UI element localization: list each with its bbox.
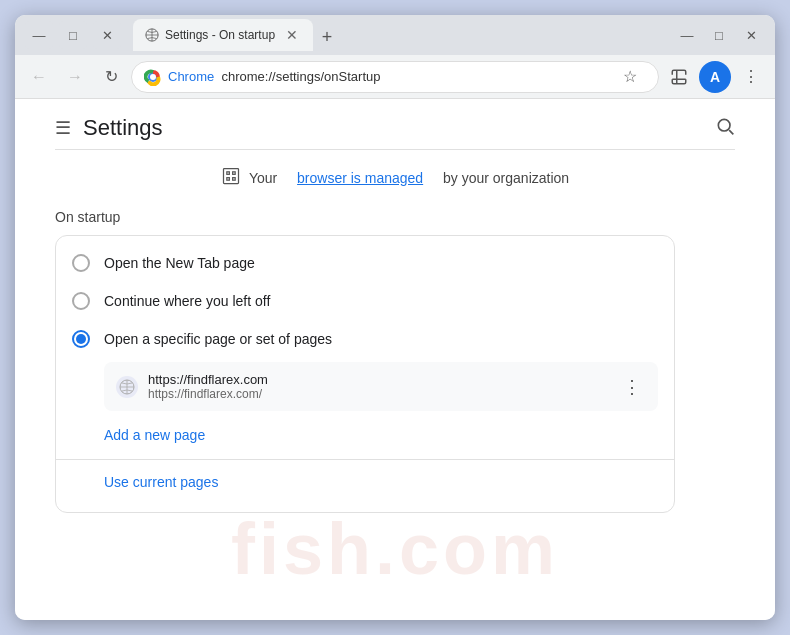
window-minimize-btn[interactable]: —: [673, 21, 701, 49]
window-close-btn[interactable]: ✕: [737, 21, 765, 49]
window-controls: — □ ✕: [25, 21, 121, 49]
site-icon: [119, 379, 135, 395]
hamburger-menu-button[interactable]: ☰: [55, 117, 71, 139]
reload-button[interactable]: ↻: [95, 61, 127, 93]
tab-area: Settings - On startup ✕ +: [129, 19, 665, 51]
settings-main: ☰ Settings: [15, 99, 775, 620]
window-restore-btn[interactable]: □: [705, 21, 733, 49]
building-icon: [221, 166, 241, 189]
page-more-button[interactable]: ⋮: [618, 373, 646, 401]
radio-new-tab[interactable]: Open the New Tab page: [56, 244, 674, 282]
section-label: On startup: [55, 209, 735, 225]
settings-layout: ☰ Settings: [15, 99, 775, 620]
svg-line-4: [729, 130, 733, 134]
radio-circle-new-tab: [72, 254, 90, 272]
tab-title: Settings - On startup: [165, 28, 277, 42]
bookmark-button[interactable]: ☆: [614, 61, 646, 93]
browser-window: — □ ✕ Settings - On startup ✕ + — □ ✕ ←: [15, 15, 775, 620]
tab-close-button[interactable]: ✕: [283, 26, 301, 44]
active-tab[interactable]: Settings - On startup ✕: [133, 19, 313, 51]
search-icon[interactable]: [715, 116, 735, 141]
extensions-button[interactable]: [663, 61, 695, 93]
svg-point-2: [150, 74, 156, 80]
address-bar[interactable]: Chrome chrome://settings/onStartup ☆: [131, 61, 659, 93]
managed-text-before: Your: [249, 170, 277, 186]
page-url-block: https://findflarex.com https://findflare…: [148, 372, 608, 401]
extensions-icon: [670, 68, 688, 86]
settings-title-area: ☰ Settings: [55, 115, 163, 141]
title-bar: — □ ✕ Settings - On startup ✕ + — □ ✕: [15, 15, 775, 55]
radio-specific-label: Open a specific page or set of pages: [104, 331, 332, 347]
title-bar-controls: — □ ✕: [673, 21, 765, 49]
tab-favicon: [145, 28, 159, 42]
radio-continue-label: Continue where you left off: [104, 293, 270, 309]
svg-point-3: [718, 119, 730, 131]
svg-rect-9: [233, 178, 236, 181]
divider: [56, 459, 674, 460]
maximize-button[interactable]: □: [59, 21, 87, 49]
svg-rect-7: [233, 172, 236, 175]
svg-rect-6: [227, 172, 230, 175]
card-actions: Add a new page: [56, 415, 674, 457]
page-entry: https://findflarex.com https://findflare…: [104, 362, 658, 411]
page-favicon: [116, 376, 138, 398]
url-path: chrome://settings/onStartup: [221, 69, 380, 84]
page-url-sub: https://findflarex.com/: [148, 387, 608, 401]
profile-button[interactable]: A: [699, 61, 731, 93]
address-text: Chrome chrome://settings/onStartup: [168, 69, 608, 84]
managed-link[interactable]: browser is managed: [297, 170, 423, 186]
chrome-logo-icon: [144, 68, 162, 86]
radio-specific[interactable]: Open a specific page or set of pages: [56, 320, 674, 358]
use-current-actions: Use current pages: [56, 462, 674, 504]
page-url-main: https://findflarex.com: [148, 372, 608, 387]
use-current-pages-link[interactable]: Use current pages: [104, 468, 658, 496]
minimize-button[interactable]: —: [25, 21, 53, 49]
svg-rect-5: [223, 169, 238, 184]
svg-rect-8: [227, 178, 230, 181]
forward-button[interactable]: →: [59, 61, 91, 93]
page-entries: https://findflarex.com https://findflare…: [104, 362, 658, 411]
radio-circle-specific: [72, 330, 90, 348]
radio-new-tab-label: Open the New Tab page: [104, 255, 255, 271]
menu-button[interactable]: ⋮: [735, 61, 767, 93]
managed-text-after: by your organization: [443, 170, 569, 186]
settings-header: ☰ Settings: [55, 99, 735, 150]
startup-card: Open the New Tab page Continue where you…: [55, 235, 675, 513]
toolbar: ← → ↻ Chrome chrome://settings/onStartup…: [15, 55, 775, 99]
page-content: ☰ Settings: [15, 99, 775, 620]
url-brand: Chrome: [168, 69, 214, 84]
close-button[interactable]: ✕: [93, 21, 121, 49]
radio-circle-continue: [72, 292, 90, 310]
back-button[interactable]: ←: [23, 61, 55, 93]
new-tab-button[interactable]: +: [313, 23, 341, 51]
radio-continue[interactable]: Continue where you left off: [56, 282, 674, 320]
settings-title: Settings: [83, 115, 163, 141]
managed-notice: Your browser is managed by your organiza…: [55, 166, 735, 189]
add-new-page-link[interactable]: Add a new page: [104, 421, 658, 449]
